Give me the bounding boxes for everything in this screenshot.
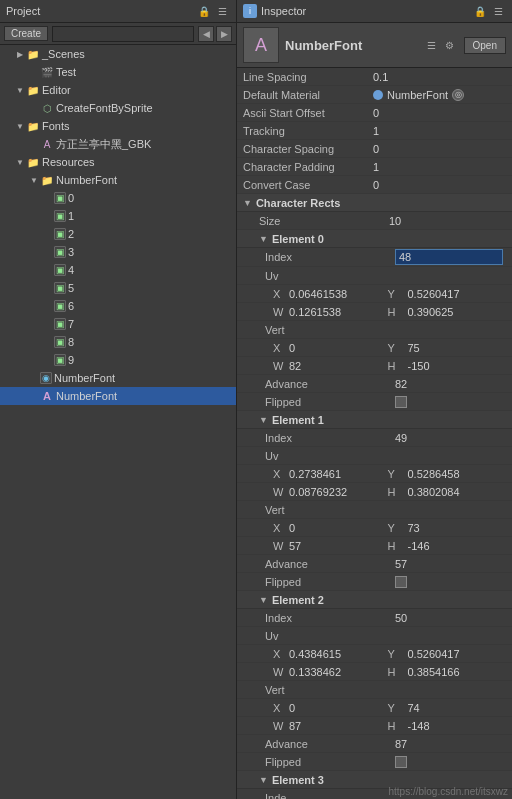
asset-options-icon[interactable]: ☰ [424,37,440,53]
tree-item-img3[interactable]: ▣ 3 [0,243,236,261]
value-advance-1: 57 [395,558,506,570]
tree-item-fonts[interactable]: ▼ 📁 Fonts [0,117,236,135]
prop-uv-0-wh1: W 0.1261538 H 0.390625 [237,303,512,321]
label-img9: 9 [68,354,74,366]
tree-item-img5[interactable]: ▣ 5 [0,279,236,297]
value-line-spacing: 0.1 [373,71,506,83]
tree-item-resources[interactable]: ▼ 📁 Resources [0,153,236,171]
label-img7: 7 [68,318,74,330]
create-button[interactable]: Create [4,26,48,41]
font-icon-chinese: A [40,137,54,151]
project-title: Project [6,5,40,17]
tree-item-img9[interactable]: ▣ 9 [0,351,236,369]
tree-item-img0[interactable]: ▣ 0 [0,189,236,207]
label-advance-2: Advance [265,738,395,750]
tree-item-img8[interactable]: ▣ 8 [0,333,236,351]
label-numberfont-folder: NumberFont [56,174,117,186]
prop-uv-0-label: Uv [237,267,512,285]
tree-item-img4[interactable]: ▣ 4 [0,261,236,279]
vert-w-label-0: W [273,360,289,372]
prop-default-material: Default Material NumberFont ◎ [237,86,512,104]
label-img2: 2 [68,228,74,240]
label-size: Size [259,215,389,227]
uv-h-val-2: 0.3854166 [408,666,507,678]
xy-y-val-0: 0.5260417 [408,288,507,300]
label-char-padding: Character Padding [243,161,373,173]
properties-scroll: Line Spacing 0.1 Default Material Number… [237,68,512,799]
folder-icon-fonts: 📁 [26,119,40,133]
element-header-3[interactable]: ▼ Element 3 [237,771,512,789]
xy-w-val-0: 0.1261538 [289,306,388,318]
prop-uv-2-wh1: W 0.1338462 H 0.3854166 [237,663,512,681]
prop-vert-0-label: Vert [237,321,512,339]
tree-item-test[interactable]: 🎬 Test [0,63,236,81]
nav-back-icon[interactable]: ◀ [198,26,214,42]
inspector-menu-icon[interactable]: ☰ [490,3,506,19]
vert-h-val-2: -148 [408,720,507,732]
label-flipped-0: Flipped [265,396,395,408]
nav-icons: ◀ ▶ [198,26,232,42]
tree-item-img2[interactable]: ▣ 2 [0,225,236,243]
xy-h-label-0: H [388,306,408,318]
image-icon-4: ▣ [54,264,66,276]
element-header-1[interactable]: ▼ Element 1 [237,411,512,429]
panel-menu-icon[interactable]: ☰ [214,3,230,19]
prop-index-0: Index [237,248,512,267]
tree-item-createfont[interactable]: ⬡ CreateFontBySprite [0,99,236,117]
tree-item-numberfont-file[interactable]: A NumberFont [0,387,236,405]
image-icon-5: ▣ [54,282,66,294]
material-select-btn[interactable]: ◎ [452,89,464,101]
open-button[interactable]: Open [464,37,506,54]
section-character-rects[interactable]: ▼ Character Rects [237,194,512,212]
panel-lock-icon[interactable]: 🔒 [196,3,212,19]
folder-icon-resources: 📁 [26,155,40,169]
nav-forward-icon[interactable]: ▶ [216,26,232,42]
tree-item-img7[interactable]: ▣ 7 [0,315,236,333]
tree-item-editor[interactable]: ▼ 📁 Editor [0,81,236,99]
label-index-2: Index [265,612,395,624]
value-tracking: 1 [373,125,506,137]
tree-item-scenes[interactable]: ▶ 📁 _Scenes [0,45,236,63]
label-createfont: CreateFontBySprite [56,102,153,114]
vert-y-val-0: 75 [408,342,507,354]
element-header-2[interactable]: ▼ Element 2 [237,591,512,609]
tree-item-numberfont-asset[interactable]: ◉ NumberFont [0,369,236,387]
label-character-rects: Character Rects [256,197,340,209]
tree-item-chinesefont[interactable]: A 方正兰亭中黑_GBK [0,135,236,153]
label-default-material: Default Material [243,89,373,101]
label-vert-2: Vert [265,684,395,696]
element-header-0[interactable]: ▼ Element 0 [237,230,512,248]
arrow-editor: ▼ [14,86,26,95]
search-input[interactable] [52,26,194,42]
inspector-lock-icon[interactable]: 🔒 [472,3,488,19]
arrow-element-2: ▼ [259,595,268,605]
project-panel-header: Project 🔒 ☰ [0,0,236,23]
vert-x-val-2: 0 [289,702,388,714]
inspector-icon: i [243,4,257,18]
prop-index-1: Index 49 [237,429,512,447]
input-index-0[interactable] [395,249,503,265]
vert-x-label-0: X [273,342,289,354]
tree-item-img6[interactable]: ▣ 6 [0,297,236,315]
checkbox-flipped-0[interactable] [395,396,407,408]
tree-item-img1[interactable]: ▣ 1 [0,207,236,225]
label-advance-0: Advance [265,378,395,390]
checkbox-flipped-2[interactable] [395,756,407,768]
vert-h-val-0: -150 [408,360,507,372]
folder-icon-scenes: 📁 [26,47,40,61]
tree-item-numberfont-folder[interactable]: ▼ 📁 NumberFont [0,171,236,189]
image-icon-6: ▣ [54,300,66,312]
inspector-panel: i Inspector 🔒 ☰ A NumberFont ☰ ⚙ Open Li… [237,0,512,799]
folder-icon-numberfont: 📁 [40,173,54,187]
material-dot [373,90,383,100]
asset-settings-icon[interactable]: ⚙ [442,37,458,53]
prop-size: Size 10 [237,212,512,230]
prop-flipped-1: Flipped [237,573,512,591]
vert-y-val-1: 73 [408,522,507,534]
prop-vert-1-label: Vert [237,501,512,519]
checkbox-flipped-1[interactable] [395,576,407,588]
prop-advance-0: Advance 82 [237,375,512,393]
asset-name: NumberFont [285,38,418,53]
label-flipped-2: Flipped [265,756,395,768]
label-uv-0: Uv [265,270,395,282]
